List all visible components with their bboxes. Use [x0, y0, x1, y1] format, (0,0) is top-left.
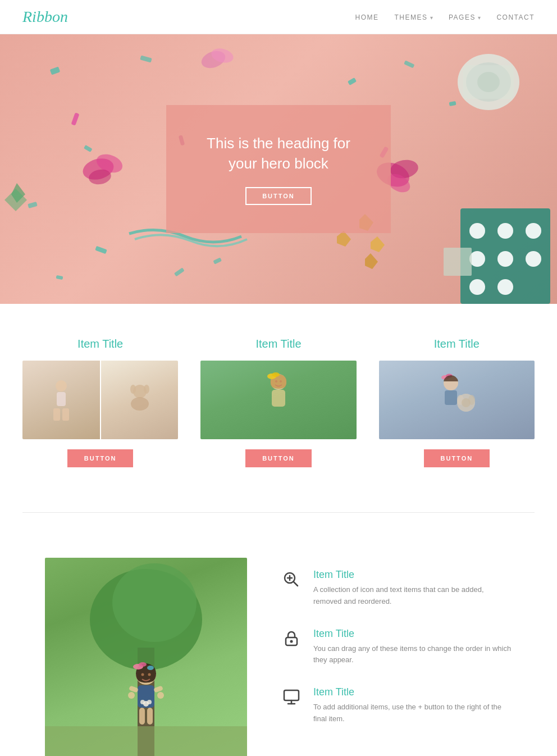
hero-heading: This is the heading for your hero block: [200, 133, 357, 174]
svg-point-30: [497, 223, 513, 239]
feature-item-3: Item Title To add additional items, use …: [281, 686, 512, 725]
items-section: Item Title: [0, 304, 557, 512]
svg-rect-2: [348, 78, 357, 85]
lock-icon: [281, 628, 302, 649]
svg-rect-77: [147, 708, 153, 725]
hero-overlay: This is the heading for your hero block …: [166, 105, 391, 234]
item-card-1: Item Title: [22, 338, 178, 467]
dog-figure: [123, 380, 157, 420]
svg-point-67: [147, 666, 154, 670]
svg-point-74: [140, 700, 145, 704]
svg-point-75: [147, 700, 152, 704]
nav-links: HOME THEMES PAGES CONTACT: [355, 12, 535, 22]
feature-title-3: Item Title: [313, 686, 512, 698]
svg-point-79: [148, 673, 151, 676]
feature-desc-2: You can drag any of these items to chang…: [313, 643, 512, 667]
feature-text-2: Item Title You can drag any of these ite…: [313, 628, 512, 667]
item-card-3: Item Title: [379, 338, 535, 467]
feature-text-3: Item Title To add additional items, use …: [313, 686, 512, 725]
svg-point-55: [280, 380, 282, 382]
svg-point-49: [144, 385, 149, 394]
item-title-3: Item Title: [434, 338, 480, 350]
svg-point-29: [469, 223, 485, 239]
svg-rect-11: [71, 112, 79, 125]
svg-point-31: [526, 223, 541, 239]
feature-item-1: Item Title A collection of icon and text…: [281, 569, 512, 608]
svg-rect-41: [444, 248, 472, 276]
svg-rect-70: [153, 686, 163, 693]
item-title-2: Item Title: [255, 338, 301, 350]
item-button-3[interactable]: BUTTON: [424, 449, 490, 467]
navigation: Ribbon HOME THEMES PAGES CONTACT: [0, 0, 557, 34]
feature-title-1: Item Title: [313, 569, 512, 581]
features-section: Item Title A collection of icon and text…: [0, 513, 557, 756]
girl-puppy-figure: [431, 372, 482, 428]
feature-item-2: Item Title You can drag any of these ite…: [281, 628, 512, 667]
svg-point-42: [56, 380, 67, 391]
svg-point-47: [131, 397, 149, 411]
item-button-1[interactable]: BUTTON: [67, 449, 134, 467]
svg-rect-6: [28, 202, 38, 208]
svg-point-78: [141, 673, 144, 676]
monitor-icon: [281, 686, 302, 708]
item-image-2: [200, 361, 356, 439]
svg-rect-8: [213, 257, 222, 264]
nav-link-pages[interactable]: PAGES: [449, 13, 476, 21]
nav-item-home[interactable]: HOME: [355, 12, 379, 22]
woman-figure: [44, 377, 78, 422]
svg-point-71: [128, 692, 135, 699]
svg-rect-9: [56, 275, 63, 280]
feature-desc-1: A collection of icon and text items that…: [313, 584, 512, 608]
svg-point-35: [469, 279, 485, 295]
feature-desc-3: To add additional items, use the + butto…: [313, 702, 512, 725]
girl-figure: [256, 372, 301, 428]
nav-link-themes[interactable]: THEMES: [395, 13, 428, 21]
nav-item-pages[interactable]: PAGES: [449, 12, 481, 22]
features-image: [45, 558, 247, 756]
svg-rect-76: [139, 708, 145, 725]
svg-rect-7: [95, 246, 107, 254]
svg-rect-59: [445, 390, 457, 405]
hero-button[interactable]: BUTTON: [245, 187, 312, 205]
svg-point-63: [462, 398, 471, 407]
svg-point-34: [526, 251, 541, 267]
svg-point-36: [497, 279, 513, 295]
svg-point-48: [130, 385, 136, 394]
svg-point-52: [272, 372, 280, 377]
features-list: Item Title A collection of icon and text…: [281, 558, 512, 725]
svg-rect-69: [129, 686, 139, 693]
svg-rect-40: [463, 65, 514, 99]
feature-title-2: Item Title: [313, 628, 512, 640]
svg-marker-16: [371, 236, 385, 252]
nav-link-home[interactable]: HOME: [355, 13, 379, 21]
svg-rect-86: [284, 690, 299, 700]
item-button-2[interactable]: BUTTON: [245, 449, 312, 467]
item-card-2: Item Title BUTTON: [200, 338, 356, 467]
svg-rect-45: [62, 408, 69, 421]
svg-point-66: [139, 662, 147, 667]
svg-rect-43: [57, 392, 66, 406]
svg-point-54: [275, 380, 277, 382]
svg-point-85: [290, 640, 293, 643]
item-image-1: [22, 361, 178, 439]
item-image-3: [379, 361, 535, 439]
nav-item-themes[interactable]: THEMES: [395, 12, 433, 22]
svg-rect-44: [53, 408, 60, 421]
logo[interactable]: Ribbon: [22, 8, 68, 26]
nav-item-contact[interactable]: CONTACT: [496, 12, 535, 22]
svg-rect-5: [84, 145, 93, 152]
item-title-1: Item Title: [77, 338, 123, 350]
svg-line-83: [294, 582, 298, 586]
nav-link-contact[interactable]: CONTACT: [496, 13, 535, 21]
item-image-half-1a: [22, 361, 100, 439]
zoom-plus-icon: [281, 569, 302, 590]
svg-rect-1: [140, 56, 152, 63]
svg-point-32: [469, 251, 485, 267]
svg-point-33: [497, 251, 513, 267]
svg-marker-17: [365, 253, 378, 269]
svg-point-72: [157, 692, 164, 699]
svg-rect-4: [449, 101, 456, 106]
item-image-half-1b: [101, 361, 179, 439]
hero-section: This is the heading for your hero block …: [0, 34, 557, 304]
svg-rect-0: [50, 67, 60, 75]
